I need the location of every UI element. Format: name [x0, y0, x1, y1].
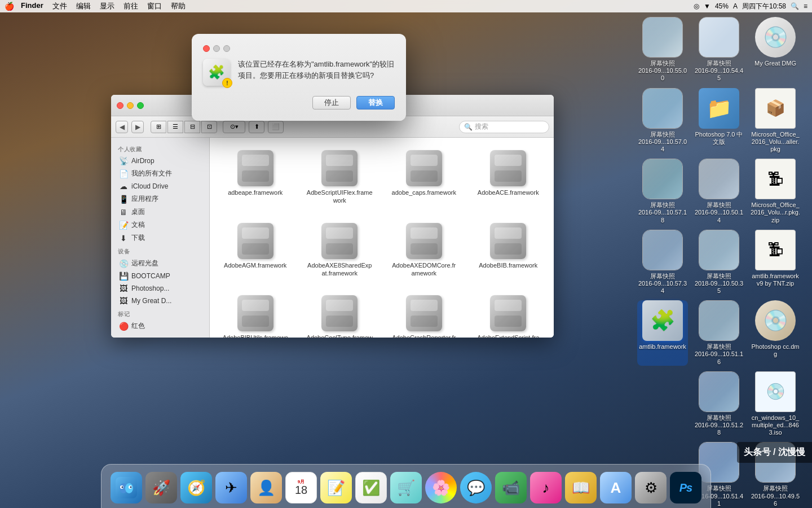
file-item-adobeaxe8[interactable]: AdobeAXE8SharedExpat.framework	[303, 220, 377, 281]
desktop-icon-office-zip[interactable]: 🗜 Microsoft_Office_2016_Volu...r.pkg.zip	[750, 159, 801, 224]
search-icon[interactable]: 🔍	[791, 2, 799, 10]
sidebar-item-remote-disc[interactable]: 💿 远程光盘	[113, 257, 207, 270]
desktop-icon-screenshot1[interactable]: 屏幕快照2016-09...10.55.00	[637, 17, 688, 82]
cover-flow-button[interactable]: ⊡	[201, 121, 217, 133]
sidebar-item-allfiles[interactable]: 📄 我的所有文件	[113, 167, 207, 180]
arrange-button[interactable]: ⊙▾	[223, 121, 245, 133]
file-item-adobeextend[interactable]: AdobeExtendScript.framework	[472, 292, 545, 338]
dock-icon-calendar[interactable]: 9月 18	[285, 472, 317, 503]
sidebar-item-mygreat[interactable]: 🖼 My Great D...	[113, 295, 207, 307]
desktop-icon-screenshot6[interactable]: 屏幕快照2016-09...10.57.34	[637, 230, 688, 295]
menu-view[interactable]: 显示	[100, 1, 114, 11]
siri-icon[interactable]: ◎	[694, 2, 699, 10]
file-item-adbeape[interactable]: adbeape.framework	[219, 147, 292, 208]
dock-icon-photoshop[interactable]: Ps	[670, 472, 701, 503]
desktop-icon-amtlib-selected[interactable]: 🧩 amtlib.framework	[637, 300, 688, 366]
desktop-icon-screenshot4[interactable]: 屏幕快照2016-09...10.57.18	[637, 159, 688, 224]
dock-icon-reminders[interactable]: ✅	[355, 472, 387, 503]
action-button[interactable]: ⬜	[268, 121, 284, 133]
desktop-icon-screenshot9[interactable]: 屏幕快照2016-09...10.51.28	[694, 371, 744, 437]
apple-menu[interactable]: 🍎	[5, 2, 14, 11]
list-view-button[interactable]: ☰	[167, 121, 183, 133]
file-item-adobebibutils[interactable]: AdobeBIBUtils.framework	[219, 292, 292, 338]
dock-icon-sysprefs[interactable]: ⚙	[635, 472, 667, 503]
back-button[interactable]: ◀	[116, 121, 128, 133]
sidebar-item-bootcamp[interactable]: 💾 BOOTCAMP	[113, 270, 207, 282]
dock-icon-storeapp[interactable]: 🛒	[390, 472, 422, 503]
dock-icon-messages[interactable]: 💬	[460, 472, 492, 503]
dock-icon-safari[interactable]: 🧭	[180, 472, 212, 503]
desktop-icon-amtlib-zip[interactable]: 🗜 amtlib.framework v9 by TNT.zip	[750, 230, 801, 295]
file-name: AdobeAXEDOMCore.framework	[391, 261, 457, 278]
sidebar-item-desktop[interactable]: 🖥 桌面	[113, 205, 207, 218]
dock-icon-appstore[interactable]: A	[600, 472, 632, 503]
dock-icon-mail[interactable]: ✈	[215, 472, 247, 503]
dock-icon-itunes[interactable]: ♪	[530, 472, 562, 503]
dock-icon-notes[interactable]: 📝	[320, 472, 352, 503]
maximize-button[interactable]	[137, 102, 144, 109]
file-item-adobecrash[interactable]: AdobeCrashReporter.framework	[387, 292, 461, 338]
sidebar-item-documents[interactable]: 📝 文稿	[113, 218, 207, 231]
framework-icon	[237, 150, 273, 186]
sidebar-item-downloads[interactable]: ⬇ 下载	[113, 231, 207, 244]
alert-titlebar	[203, 45, 395, 52]
close-button[interactable]	[117, 102, 123, 109]
zip-icon: 🗜	[755, 159, 796, 199]
file-item-adobeaxedom[interactable]: AdobeAXEDOMCore.framework	[387, 220, 461, 281]
menu-window[interactable]: 窗口	[147, 1, 162, 11]
desktop-icon-screenshot8[interactable]: 屏幕快照2016-09...10.51.16	[694, 300, 744, 366]
sidebar-item-apps[interactable]: 📱 应用程序	[113, 192, 207, 205]
forward-button[interactable]: ▶	[131, 121, 144, 133]
ime-indicator[interactable]: A	[733, 2, 738, 10]
desktop-icon-photoshop-folder[interactable]: 📁 Photoshop 7.0 中文版	[694, 88, 744, 154]
dock-icon-finder[interactable]	[111, 472, 142, 503]
file-item-adobebib[interactable]: AdobeBIB.framework	[472, 220, 545, 281]
menu-file[interactable]: 文件	[52, 1, 67, 11]
alert-close-button[interactable]	[203, 45, 210, 52]
icon-label: Photoshop 7.0 中文版	[694, 131, 744, 146]
menu-go[interactable]: 前往	[123, 1, 138, 11]
desktop-icon: 🖥	[119, 208, 128, 217]
column-view-button[interactable]: ⊟	[184, 121, 200, 133]
desktop-icon-screenshot3[interactable]: 屏幕快照2016-09...10.57.04	[637, 88, 688, 154]
sidebar-item-airdrop[interactable]: 📡 AirDrop	[113, 155, 207, 167]
dock-icon-ibooks[interactable]: 📖	[565, 472, 597, 503]
sidebar-item-red-tag[interactable]: 🔴 红色	[113, 319, 207, 332]
dock-icon-photos[interactable]: 🌸	[425, 472, 457, 503]
file-name: AdobeACE.framework	[478, 189, 539, 196]
dock-icon-facetime[interactable]: 📹	[495, 472, 527, 503]
file-item-adobeace[interactable]: AdobeACE.framework	[472, 147, 545, 208]
file-item-adbescript[interactable]: AdbeScriptUIFlex.framework	[303, 147, 377, 208]
sidebar-item-photoshop-vol[interactable]: 🖼 Photoshop...	[113, 282, 207, 295]
file-item-adobecooltype[interactable]: AdobeCoolType.framework	[303, 292, 377, 338]
sidebar-item-icloud[interactable]: ☁ iCloud Drive	[113, 180, 207, 192]
alert-min-button[interactable]	[213, 45, 220, 52]
desktop-icon-screenshot2[interactable]: 屏幕快照2016-09...10.54.45	[694, 17, 744, 82]
notification-icon[interactable]: ≡	[804, 2, 807, 10]
file-item-adobeagm[interactable]: AdobeAGM.framework	[219, 220, 292, 281]
stop-button[interactable]: 停止	[312, 96, 351, 110]
menu-edit[interactable]: 编辑	[76, 1, 91, 11]
alert-max-button[interactable]	[223, 45, 230, 52]
wifi-icon[interactable]: ▼	[704, 2, 710, 10]
desktop-icon-screenshot7[interactable]: 屏幕快照2018-09...10.50.35	[694, 230, 744, 295]
desktop-icon-office-pkg[interactable]: 📦 Microsoft_Office_2016_Volu...aller.pkg	[750, 88, 801, 154]
desktop-icon-windows-iso[interactable]: 💿 cn_windows_10_multiple_ed...8463.iso	[750, 371, 801, 437]
alert-message-text: 该位置已经存在名称为"amtlib.framework"的较旧项目。您要用正在移…	[238, 59, 395, 81]
icon-view-button[interactable]: ⊞	[151, 121, 166, 133]
menu-app[interactable]: Finder	[21, 1, 43, 11]
desktop-icon-screenshot5[interactable]: 屏幕快照2016-09...10.50.14	[694, 159, 744, 224]
file-name: adbeape.framework	[228, 189, 283, 196]
alert-buttons: 停止 替换	[203, 96, 395, 110]
search-box[interactable]: 🔍 搜索	[459, 121, 549, 133]
share-button[interactable]: ⬆	[249, 121, 264, 133]
desktop-icon-dmg[interactable]: 💿 My Great DMG	[750, 17, 801, 82]
icon-label: 屏幕快照2016-09...10.55.00	[637, 60, 688, 82]
dock-icon-launchpad[interactable]: 🚀	[145, 472, 177, 503]
desktop-icon-photoshop-dmg[interactable]: 💿 Photoshop cc.dmg	[750, 300, 801, 366]
replace-button[interactable]: 替换	[356, 96, 395, 110]
file-item-adobe-caps[interactable]: adobe_caps.framework	[387, 147, 461, 208]
menu-help[interactable]: 帮助	[171, 1, 186, 11]
minimize-button[interactable]	[127, 102, 134, 109]
dock-icon-contacts[interactable]: 👤	[250, 472, 282, 503]
